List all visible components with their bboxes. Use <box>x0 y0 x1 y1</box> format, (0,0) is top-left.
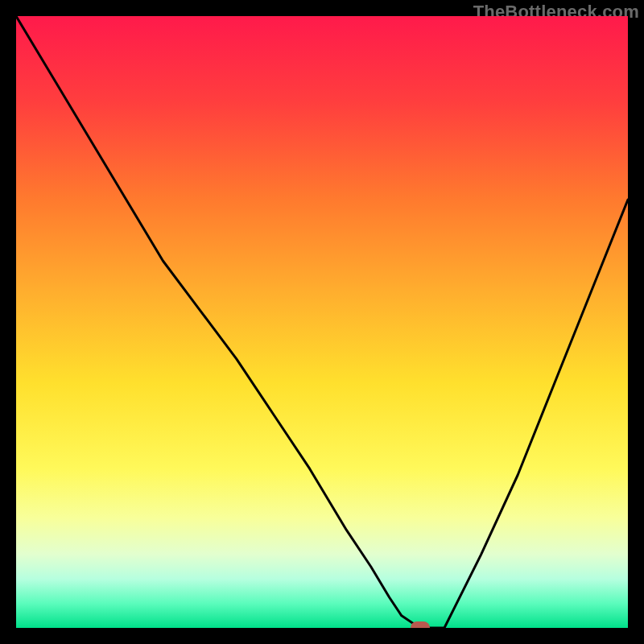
gradient-background <box>16 16 628 628</box>
svg-rect-0 <box>16 16 628 628</box>
plot-area <box>16 16 628 628</box>
minimum-marker <box>411 621 430 628</box>
chart-frame: TheBottleneck.com <box>0 0 644 644</box>
